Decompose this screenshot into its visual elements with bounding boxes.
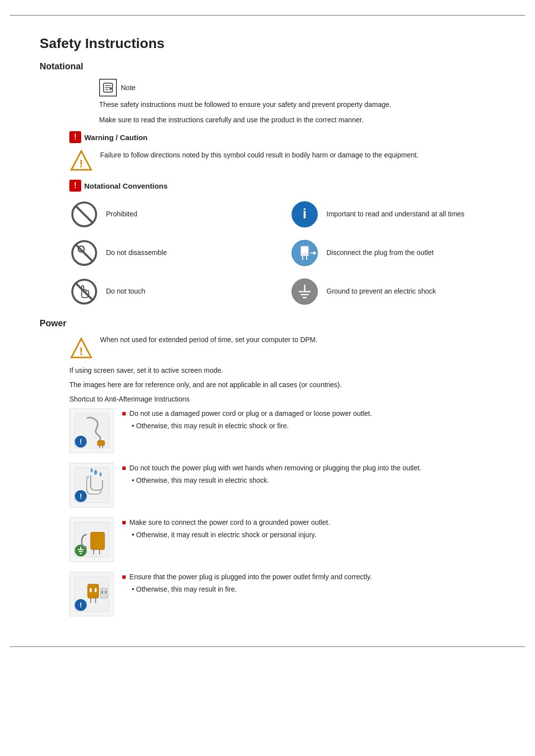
note-label: Note [121, 84, 136, 92]
no-disassemble-icon [69, 238, 99, 268]
prohibited-icon [69, 200, 99, 229]
svg-rect-59 [95, 588, 97, 592]
power-items-list: ! ■ Do not use a damaged power cord or p… [69, 408, 495, 616]
plug-firmly-icon: ! [69, 572, 114, 616]
note-icon [99, 79, 117, 97]
power-text-3: Shortcut to Anti-Afterimage Instructions [69, 394, 495, 404]
power-text-2: The images here are for reference only, … [69, 380, 495, 390]
caution-icon-inline-1: ■ [122, 409, 126, 417]
caution-icon-inline-4: ■ [122, 573, 126, 581]
main-title: Safety Instructions [40, 36, 495, 51]
svg-text:!: ! [79, 157, 83, 170]
power-item-1-main: ■ Do not use a damaged power cord or plu… [122, 408, 495, 419]
page-container: Safety Instructions Notational Note Thes… [10, 15, 525, 647]
svg-text:!: ! [80, 601, 82, 609]
warning-block: ! Failure to follow directions noted by … [69, 148, 495, 173]
conventions-grid: Prohibited i Important to read and under… [69, 200, 495, 306]
svg-line-14 [83, 252, 89, 258]
important-read-label: Important to read and understand at all … [326, 209, 465, 219]
no-touch-label: Do not touch [106, 287, 145, 297]
warning-caution-text: Failure to follow directions noted by th… [100, 148, 419, 160]
grounded-outlet-icon [69, 517, 114, 562]
important-read-icon: i [290, 200, 320, 229]
no-disassemble-label: Do not disassemble [106, 248, 167, 258]
svg-rect-34 [98, 441, 105, 446]
note-block: Note These safety instructions must be f… [99, 79, 495, 125]
conventions-title-block: ! Notational Conventions [69, 180, 495, 192]
prohibited-label: Prohibited [106, 209, 137, 219]
convention-important-read: i Important to read and understand at al… [290, 200, 495, 229]
power-item-4: ! ■ En [69, 572, 495, 616]
wet-hands-icon: ! [69, 463, 114, 507]
power-item-2-bullet: Otherwise, this may result in electric s… [132, 475, 495, 486]
caution-icon-inline-3: ■ [122, 518, 126, 526]
svg-point-42 [91, 468, 93, 472]
convention-ground: Ground to prevent an electric shock [290, 277, 495, 306]
conventions-warning-icon: ! [69, 180, 81, 192]
svg-rect-16 [301, 246, 309, 256]
power-cord-icon: ! [69, 408, 114, 453]
svg-text:i: i [303, 206, 307, 221]
disconnect-plug-label: Disconnect the plug from the outlet [326, 248, 433, 258]
note-text-2: Make sure to read the instructions caref… [99, 115, 495, 125]
no-touch-icon [69, 277, 99, 306]
power-item-2-text: ■ Do not touch the power plug with wet h… [122, 463, 495, 486]
note-text-1: These safety instructions must be follow… [99, 100, 495, 110]
svg-line-8 [75, 205, 93, 223]
power-item-4-bullet: Otherwise, this may result in fire. [132, 584, 495, 595]
power-item-2-main: ■ Do not touch the power plug with wet h… [122, 463, 495, 473]
power-section: Power ! When not used for extended perio… [40, 318, 495, 616]
power-item-2: ! ■ Do not touch the power plug with wet… [69, 463, 495, 507]
warning-caution-label: ! Warning / Caution [69, 131, 495, 143]
power-item-3-text: ■ Make sure to connect the power cord to… [122, 517, 495, 540]
power-triangle-icon: ! [69, 337, 93, 360]
caution-icon-inline-2: ■ [122, 464, 126, 472]
convention-no-touch: Do not touch [69, 277, 275, 306]
ground-electric-icon [290, 277, 320, 306]
power-item-3: ■ Make sure to connect the power cord to… [69, 517, 495, 562]
svg-rect-49 [91, 532, 105, 550]
power-item-1-bullet: Otherwise, this may result in electric s… [132, 421, 495, 431]
svg-point-41 [100, 472, 102, 476]
svg-rect-62 [105, 591, 107, 594]
convention-no-disassemble: Do not disassemble [69, 238, 275, 268]
convention-disconnect-plug: Disconnect the plug from the outlet [290, 238, 495, 268]
convention-prohibited: Prohibited [69, 200, 275, 229]
note-icon-row: Note [99, 79, 495, 97]
svg-rect-55 [88, 584, 99, 598]
power-item-4-text: ■ Ensure that the power plug is plugged … [122, 572, 495, 595]
power-item-4-main: ■ Ensure that the power plug is plugged … [122, 572, 495, 582]
svg-text:!: ! [80, 438, 82, 446]
svg-text:!: ! [80, 492, 82, 500]
warning-icon-red: ! [69, 131, 81, 143]
power-warning-block: ! When not used for extended period of t… [69, 336, 495, 360]
power-item-1-text: ■ Do not use a damaged power cord or plu… [122, 408, 495, 431]
conventions-title-text: Notational Conventions [84, 182, 167, 190]
power-warning-text: When not used for extended period of tim… [100, 336, 318, 344]
svg-rect-58 [90, 588, 92, 592]
power-item-1: ! ■ Do not use a damaged power cord or p… [69, 408, 495, 453]
power-text-1: If using screen saver, set it to active … [69, 365, 495, 376]
svg-rect-61 [102, 591, 103, 594]
svg-point-40 [94, 470, 97, 475]
power-item-3-main: ■ Make sure to connect the power cord to… [122, 517, 495, 528]
svg-text:!: ! [79, 345, 83, 357]
power-item-3-bullet: Otherwise, it may result in electric sho… [132, 530, 495, 540]
triangle-warning-icon: ! [69, 149, 93, 173]
ground-electric-label: Ground to prevent an electric shock [326, 287, 436, 297]
power-title: Power [40, 318, 495, 329]
disconnect-plug-icon [290, 238, 320, 268]
notational-title: Notational [40, 61, 495, 72]
